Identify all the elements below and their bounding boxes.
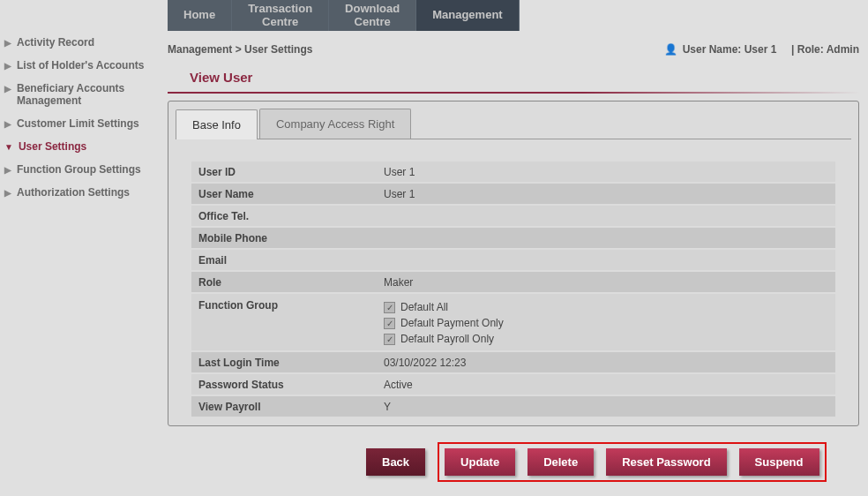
nav-home[interactable]: Home [168,0,232,31]
label-user-id: User ID [191,162,377,182]
sidebar-beneficiary-accounts[interactable]: ▶ Beneficiary AccountsManagement [0,77,168,112]
sidebar-function-group[interactable]: ▶ Function Group Settings [0,158,168,181]
value-user-name: User 1 [377,184,835,204]
checkbox-icon: ✓ [384,318,395,329]
label-mobile-phone: Mobile Phone [191,229,377,248]
content-panel: Base Info Company Access Right User ID U… [168,101,859,426]
fg-default-all: ✓ Default All [384,299,828,315]
nav-download-centre[interactable]: DownloadCentre [329,0,416,31]
row-user-name: User Name User 1 [191,184,835,204]
tab-base-info[interactable]: Base Info [176,109,258,139]
user-info: 👤 User Name: User 1 | Role: Admin [664,43,859,56]
label-function-group: Function Group [191,296,377,315]
actions-row: Back Update Delete Reset Password Suspen… [168,442,859,482]
sidebar-label: User Settings [19,140,86,153]
row-user-id: User ID User 1 [191,162,835,182]
role-label: | Role: [791,43,824,56]
sidebar-label: Beneficiary AccountsManagement [17,82,124,107]
username-value: User 1 [745,43,777,56]
update-button[interactable]: Update [445,448,515,476]
value-user-id: User 1 [377,162,835,182]
reset-password-button[interactable]: Reset Password [606,448,726,476]
sidebar-activity-record[interactable]: ▶ Activity Record [0,31,168,54]
fg-default-payroll: ✓ Default Payroll Only [384,331,828,347]
header-row: Management > User Settings 👤 User Name: … [168,40,859,63]
label-last-login: Last Login Time [191,353,377,372]
label-user-name: User Name [191,184,377,204]
tabs: Base Info Company Access Right [176,109,851,139]
label-view-payroll: View Payroll [191,397,377,417]
value-email [377,257,835,264]
highlighted-actions: Update Delete Reset Password Suspend [438,442,826,482]
chevron-right-icon: ▶ [4,38,11,48]
back-button[interactable]: Back [366,448,425,476]
sidebar-authorization[interactable]: ▶ Authorization Settings [0,181,168,204]
chevron-right-icon: ▶ [4,188,11,198]
chevron-right-icon: ▶ [4,84,11,94]
username-label: User Name: [683,43,742,56]
chevron-right-icon: ▶ [4,61,11,71]
row-password-status: Password Status Active [191,374,835,395]
fg-default-payment: ✓ Default Payment Only [384,315,828,331]
breadcrumb: Management > User Settings [168,43,312,56]
checkbox-icon: ✓ [384,302,395,313]
row-office-tel: Office Tel. [191,206,835,226]
value-role: Maker [377,273,835,292]
nav-management[interactable]: Management [416,0,519,31]
row-email: Email [191,250,835,270]
info-grid: User ID User 1 User Name User 1 Office T… [176,162,851,417]
value-password-status: Active [377,375,835,395]
fg-label: Default All [400,301,448,313]
sidebar-label: Authorization Settings [17,186,130,199]
tab-company-access-right[interactable]: Company Access Right [259,109,411,139]
sidebar-user-settings[interactable]: ▼ User Settings [0,135,168,158]
fg-label: Default Payment Only [400,317,504,329]
sidebar-label: Customer Limit Settings [17,117,139,130]
value-last-login: 03/10/2022 12:23 [377,353,835,372]
value-function-group: ✓ Default All ✓ Default Payment Only ✓ D… [377,296,835,350]
page-title: View User [168,63,859,94]
sidebar-label: Function Group Settings [17,163,141,176]
user-icon: 👤 [664,43,677,56]
checkbox-icon: ✓ [384,334,395,345]
row-function-group: Function Group ✓ Default All ✓ Default P… [191,294,835,350]
chevron-right-icon: ▶ [4,165,11,175]
sidebar: ▶ Activity Record ▶ List of Holder's Acc… [0,26,168,208]
value-mobile-phone [377,235,835,242]
fg-label: Default Payroll Only [400,333,494,345]
label-office-tel: Office Tel. [191,207,377,226]
row-role: Role Maker [191,272,835,292]
label-email: Email [191,251,377,270]
sidebar-label: Activity Record [17,36,94,49]
sidebar-customer-limit[interactable]: ▶ Customer Limit Settings [0,112,168,135]
delete-button[interactable]: Delete [528,448,594,476]
label-password-status: Password Status [191,375,377,395]
top-nav: Home TransactionCentre DownloadCentre Ma… [168,0,520,31]
nav-transaction-centre[interactable]: TransactionCentre [232,0,329,31]
row-view-payroll: View Payroll Y [191,396,835,417]
value-view-payroll: Y [377,397,835,417]
suspend-button[interactable]: Suspend [739,448,819,476]
row-last-login: Last Login Time 03/10/2022 12:23 [191,352,835,372]
chevron-right-icon: ▶ [4,119,11,129]
chevron-down-icon: ▼ [4,142,13,152]
label-role: Role [191,273,377,292]
sidebar-label: List of Holder's Accounts [17,59,144,71]
role-value: Admin [827,43,859,56]
main-content: Management > User Settings 👤 User Name: … [168,40,859,483]
sidebar-list-holders-accounts[interactable]: ▶ List of Holder's Accounts [0,54,168,77]
row-mobile-phone: Mobile Phone [191,228,835,248]
value-office-tel [377,213,835,220]
